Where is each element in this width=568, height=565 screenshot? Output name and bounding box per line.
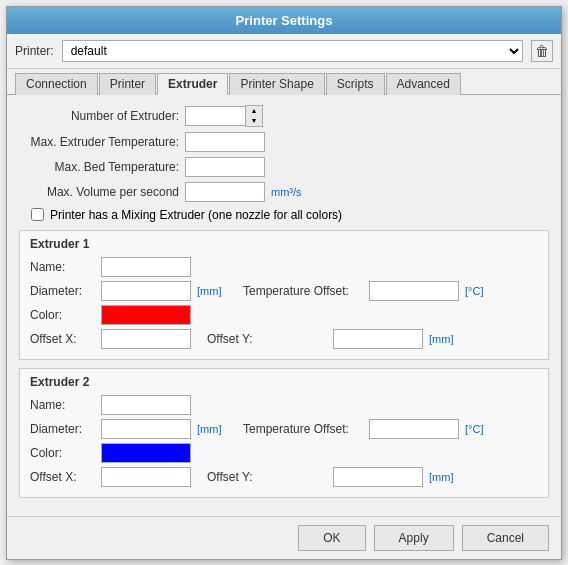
ext1-offset-row: Offset X: 0 Offset Y: 0 [mm] xyxy=(30,329,538,349)
max-volume-input[interactable]: 12 xyxy=(185,182,265,202)
ext2-temp-offset-unit: [°C] xyxy=(465,423,495,435)
max-volume-unit: mm³/s xyxy=(271,186,302,198)
title-bar: Printer Settings xyxy=(7,7,561,34)
mixing-checkbox-label: Printer has a Mixing Extruder (one nozzl… xyxy=(50,208,342,222)
extruder1-section: Extruder 1 Name: Diameter: 0.4 [mm] Temp… xyxy=(19,230,549,360)
ext2-name-label: Name: xyxy=(30,398,95,412)
tab-bar: Connection Printer Extruder Printer Shap… xyxy=(7,69,561,94)
ext1-offset-x-label: Offset X: xyxy=(30,332,95,346)
apply-button[interactable]: Apply xyxy=(374,525,454,551)
mixing-checkbox[interactable] xyxy=(31,208,44,221)
ext2-temp-offset-label: Temperature Offset: xyxy=(243,422,363,436)
ext2-offset-row: Offset X: 0 Offset Y: 0 [mm] xyxy=(30,467,538,487)
max-bed-temp-row: Max. Bed Temperature: 120 xyxy=(19,157,549,177)
ext2-name-row: Name: xyxy=(30,395,538,415)
ext2-offset-y-group: Offset Y: 0 [mm] xyxy=(207,467,459,487)
ext1-diameter-unit: [mm] xyxy=(197,285,227,297)
ext2-diameter-label: Diameter: xyxy=(30,422,95,436)
max-bed-temp-label: Max. Bed Temperature: xyxy=(19,160,179,174)
ext2-temp-group: Temperature Offset: 0 [°C] xyxy=(243,419,495,439)
ext1-temp-group: Temperature Offset: 0 [°C] xyxy=(243,281,495,301)
max-volume-label: Max. Volume per second xyxy=(19,185,179,199)
main-window: Printer Settings Printer: default 🗑 Conn… xyxy=(6,6,562,560)
delete-icon: 🗑 xyxy=(535,43,549,59)
num-extruder-input[interactable]: 2 xyxy=(185,106,245,126)
ext1-diameter-row: Diameter: 0.4 [mm] Temperature Offset: 0… xyxy=(30,281,538,301)
ext2-offset-x-label: Offset X: xyxy=(30,470,95,484)
mixing-checkbox-row: Printer has a Mixing Extruder (one nozzl… xyxy=(31,208,549,222)
extruder2-title: Extruder 2 xyxy=(30,375,538,389)
tab-advanced[interactable]: Advanced xyxy=(386,73,461,95)
ext1-offset-y-input[interactable]: 0 xyxy=(333,329,423,349)
ext1-name-label: Name: xyxy=(30,260,95,274)
ext1-name-input[interactable] xyxy=(101,257,191,277)
num-extruder-label: Number of Extruder: xyxy=(19,109,179,123)
num-extruder-row: Number of Extruder: 2 ▲ ▼ xyxy=(19,105,549,127)
max-ext-temp-input[interactable]: 280 xyxy=(185,132,265,152)
ext2-diameter-unit: [mm] xyxy=(197,423,227,435)
ext1-color-label: Color: xyxy=(30,308,95,322)
printer-label: Printer: xyxy=(15,44,54,58)
tab-printer-shape[interactable]: Printer Shape xyxy=(229,73,324,95)
ext2-diameter-input[interactable]: 0.4 xyxy=(101,419,191,439)
tab-scripts[interactable]: Scripts xyxy=(326,73,385,95)
ext1-offset-x-input[interactable]: 0 xyxy=(101,329,191,349)
spinner-buttons: ▲ ▼ xyxy=(245,105,263,127)
max-volume-row: Max. Volume per second 12 mm³/s xyxy=(19,182,549,202)
ext2-color-swatch[interactable] xyxy=(101,443,191,463)
ext2-diameter-row: Diameter: 0.4 [mm] Temperature Offset: 0… xyxy=(30,419,538,439)
window-title: Printer Settings xyxy=(236,13,333,28)
max-ext-temp-label: Max. Extruder Temperature: xyxy=(19,135,179,149)
ext2-offset-y-label: Offset Y: xyxy=(207,470,327,484)
max-ext-temp-row: Max. Extruder Temperature: 280 xyxy=(19,132,549,152)
tab-content: Number of Extruder: 2 ▲ ▼ Max. Extruder … xyxy=(7,94,561,516)
ext1-temp-offset-input[interactable]: 0 xyxy=(369,281,459,301)
delete-button[interactable]: 🗑 xyxy=(531,40,553,62)
ext1-diameter-label: Diameter: xyxy=(30,284,95,298)
extruder2-section: Extruder 2 Name: Diameter: 0.4 [mm] Temp… xyxy=(19,368,549,498)
ext2-color-label: Color: xyxy=(30,446,95,460)
ext1-color-swatch[interactable] xyxy=(101,305,191,325)
ok-button[interactable]: OK xyxy=(298,525,365,551)
ext1-color-row: Color: xyxy=(30,305,538,325)
toolbar: Printer: default 🗑 xyxy=(7,34,561,69)
extruder1-title: Extruder 1 xyxy=(30,237,538,251)
spinner-down-button[interactable]: ▼ xyxy=(246,116,262,126)
ext2-color-row: Color: xyxy=(30,443,538,463)
ext1-offset-y-unit: [mm] xyxy=(429,333,459,345)
ext2-name-input[interactable] xyxy=(101,395,191,415)
bottom-bar: OK Apply Cancel xyxy=(7,516,561,559)
tab-extruder[interactable]: Extruder xyxy=(157,73,228,95)
tab-printer[interactable]: Printer xyxy=(99,73,156,95)
ext1-temp-offset-label: Temperature Offset: xyxy=(243,284,363,298)
ext1-temp-offset-unit: [°C] xyxy=(465,285,495,297)
ext1-diameter-input[interactable]: 0.4 xyxy=(101,281,191,301)
ext1-offset-y-label: Offset Y: xyxy=(207,332,327,346)
max-bed-temp-input[interactable]: 120 xyxy=(185,157,265,177)
ext2-offset-x-input[interactable]: 0 xyxy=(101,467,191,487)
printer-select[interactable]: default xyxy=(62,40,523,62)
tab-connection[interactable]: Connection xyxy=(15,73,98,95)
ext1-name-row: Name: xyxy=(30,257,538,277)
ext2-offset-y-input[interactable]: 0 xyxy=(333,467,423,487)
ext1-offset-y-group: Offset Y: 0 [mm] xyxy=(207,329,459,349)
num-extruder-spinner: 2 ▲ ▼ xyxy=(185,105,263,127)
cancel-button[interactable]: Cancel xyxy=(462,525,549,551)
ext2-offset-y-unit: [mm] xyxy=(429,471,459,483)
spinner-up-button[interactable]: ▲ xyxy=(246,106,262,116)
ext2-temp-offset-input[interactable]: 0 xyxy=(369,419,459,439)
